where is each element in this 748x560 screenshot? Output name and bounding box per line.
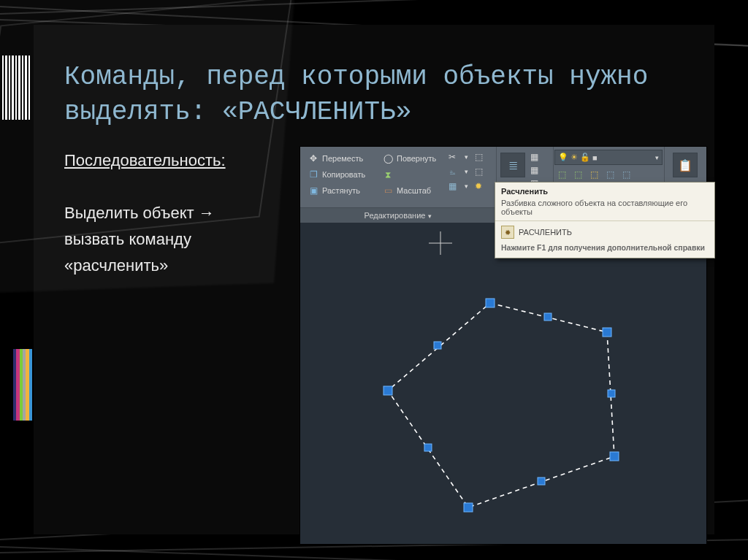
chevron-down-icon: ▾ — [428, 212, 432, 220]
slide-title: Команды, перед которыми объекты нужно вы… — [64, 60, 692, 130]
slide-body: Последовательность: Выделить объект → вы… — [64, 147, 298, 279]
array-icon[interactable]: ▦ — [446, 180, 458, 192]
dropdown-icon[interactable]: ▾ — [460, 166, 472, 177]
panel-edit: ✥ Переместь ❐ Копировать ▣ Растянуть ◯ — [300, 147, 497, 223]
dropdown-icon[interactable]: ▾ — [460, 180, 472, 192]
svg-rect-10 — [538, 477, 545, 485]
svg-rect-7 — [383, 386, 392, 395]
rotate-label: Повернуть — [397, 154, 436, 163]
panel-edit-title[interactable]: Редактирование▾ — [300, 207, 496, 223]
svg-rect-8 — [544, 313, 552, 321]
copy-label: Копировать — [322, 170, 365, 179]
pentagon-selection — [300, 223, 706, 544]
layer-tool-4[interactable]: ⬚ — [604, 169, 616, 180]
dropdown-icon[interactable]: ▾ — [460, 151, 472, 163]
swatch-icon: ■ — [592, 153, 598, 162]
arrow-icon: → — [199, 204, 215, 222]
step1-text: Выделить объект — [64, 204, 199, 222]
tooltip-command-row: ✹ РАСЧЛЕНИТЬ — [495, 221, 714, 240]
scale-button[interactable]: ▭ Масштаб — [379, 183, 439, 198]
tool-icon-a[interactable]: ⬚ — [473, 151, 484, 163]
paste-big-button[interactable]: 📋 — [673, 153, 698, 177]
accent-swatches — [13, 349, 32, 421]
layer-tool-1[interactable]: ⬚ — [556, 169, 568, 180]
subtitle: Последовательность: — [64, 147, 298, 174]
svg-rect-9 — [608, 390, 615, 397]
step-line-2: вызвать команду — [64, 226, 298, 253]
step-line-1: Выделить объект → — [64, 200, 298, 226]
svg-rect-6 — [464, 503, 473, 512]
prop-icon-1[interactable]: ▦ — [528, 151, 540, 163]
tool-icon-b[interactable]: ⬚ — [473, 166, 484, 177]
tooltip-footer: Нажмите F1 для получения дополнительной … — [495, 240, 714, 258]
drawing-area[interactable] — [300, 223, 706, 544]
svg-rect-3 — [486, 299, 495, 307]
svg-rect-12 — [434, 342, 441, 349]
tool-icon-2[interactable]: ⎁ — [446, 166, 458, 177]
layer-selector[interactable]: 💡 ☀ 🔓 ■ ▾ — [554, 150, 663, 165]
stretch-label: Растянуть — [322, 186, 360, 195]
dropdown-icon: ▾ — [655, 154, 659, 161]
svg-rect-11 — [424, 444, 432, 451]
explode-icon: ✹ — [501, 226, 514, 239]
svg-marker-2 — [388, 303, 614, 507]
tooltip-title: Расчленить — [495, 183, 714, 197]
copy-button[interactable]: ❐ Копировать — [305, 167, 368, 182]
tooltip-command: РАСЧЛЕНИТЬ — [519, 228, 572, 237]
move-icon: ✥ — [308, 153, 319, 164]
scale-icon: ▭ — [382, 185, 394, 196]
svg-rect-4 — [603, 328, 611, 337]
bulb-icon: 💡 — [558, 153, 568, 162]
slide: Команды, перед которыми объекты нужно вы… — [34, 25, 714, 534]
prop-icon-2[interactable]: ▦ — [528, 164, 540, 176]
tooltip: Расчленить Разбивка сложного объекта на … — [495, 182, 715, 258]
stretch-button[interactable]: ▣ Растянуть — [305, 183, 368, 198]
panel-edit-label: Редактирование — [365, 211, 426, 220]
rotate-icon: ◯ — [382, 153, 394, 164]
paste-icon: 📋 — [678, 158, 692, 172]
mirror-icon: ⧗ — [382, 169, 394, 180]
layer-tool-5[interactable]: ⬚ — [620, 169, 632, 180]
scale-label: Масштаб — [397, 186, 431, 195]
layer-tool-2[interactable]: ⬚ — [572, 169, 584, 180]
step-line-3: «расчленить» — [64, 253, 298, 279]
svg-rect-5 — [610, 452, 619, 461]
frame-right — [714, 25, 748, 534]
explode-icon[interactable]: ✹ — [473, 180, 484, 192]
tooltip-description: Разбивка сложного объекта на составляющи… — [495, 197, 714, 221]
layers-big-icon[interactable]: ≣ — [500, 153, 525, 177]
layer-tool-3[interactable]: ⬚ — [588, 169, 600, 180]
rotate-button[interactable]: ◯ Повернуть — [379, 151, 439, 166]
cad-screenshot: ✥ Переместь ❐ Копировать ▣ Растянуть ◯ — [299, 146, 707, 545]
layers-stack-icon: ≣ — [508, 158, 518, 172]
lock-icon: 🔓 — [580, 153, 590, 162]
copy-icon: ❐ — [308, 169, 319, 180]
stretch-icon: ▣ — [308, 185, 319, 196]
mirror-button[interactable]: ⧗ — [379, 167, 439, 182]
move-label: Переместь — [322, 154, 363, 163]
trim-icon[interactable]: ✂ — [446, 151, 458, 163]
move-button[interactable]: ✥ Переместь — [305, 151, 368, 166]
sun-icon: ☀ — [570, 153, 578, 162]
